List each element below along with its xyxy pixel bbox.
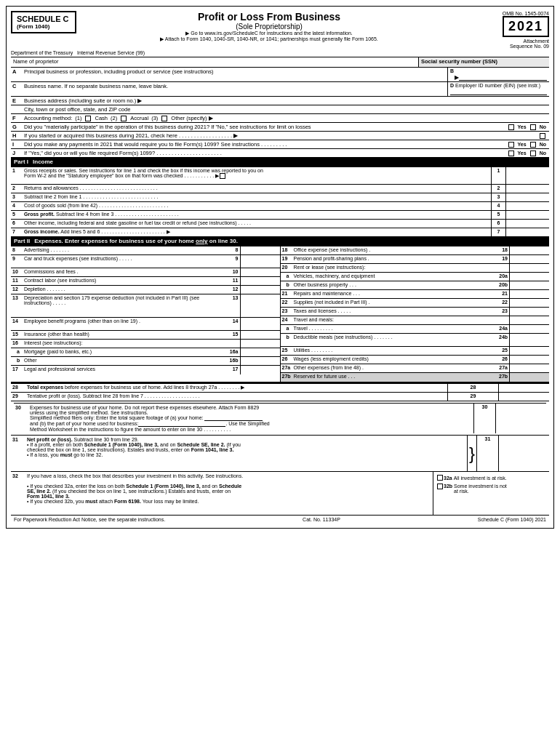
exp-16b-input[interactable]: [240, 357, 280, 365]
f2-label: (2): [111, 115, 117, 121]
line31-input[interactable]: [498, 436, 549, 471]
part1-label: Part I: [14, 159, 28, 165]
line1-checkbox[interactable]: [220, 173, 225, 179]
i-no-checkbox[interactable]: [530, 142, 536, 148]
i-yes-label: Yes: [518, 142, 527, 147]
exp-24b-input[interactable]: [509, 334, 549, 346]
exp-21-input[interactable]: [509, 290, 549, 298]
exp-16b-num: b: [11, 357, 23, 365]
exp-25-input[interactable]: [509, 347, 549, 355]
other-checkbox[interactable]: [161, 116, 167, 121]
g-yes-label: Yes: [518, 124, 527, 129]
exp-20a-input[interactable]: [509, 273, 549, 281]
field-g-label: G: [11, 123, 23, 131]
inv-32b-text: Some investment is notat risk.: [454, 484, 507, 494]
line1-num: 1: [11, 167, 23, 184]
dept-treasury: Department of the Treasury: [11, 50, 73, 55]
line4-input[interactable]: [505, 202, 549, 210]
exp-14-num: 14: [11, 318, 23, 330]
exp-19-input[interactable]: [509, 255, 549, 263]
line31-num: 31: [11, 436, 25, 471]
other-specify-label: Other (specify) ▶: [171, 115, 212, 121]
g-no-checkbox[interactable]: [530, 124, 536, 130]
exp-12-num: 12: [11, 286, 23, 294]
exp-15-box-num: 15: [228, 331, 240, 339]
line1-desc: Gross receipts or sales. See instruction…: [23, 167, 491, 184]
exp-10-input[interactable]: [240, 268, 280, 276]
tax-year: 2021: [503, 16, 549, 37]
line28-input[interactable]: [498, 384, 549, 392]
exp-11-input[interactable]: [240, 277, 280, 285]
line32-num: 32: [11, 472, 25, 515]
exp-20-desc: Rent or lease (see instructions):: [292, 264, 498, 272]
exp-18-num: 18: [281, 246, 292, 254]
exp-24a-box-num: 24a: [497, 325, 509, 333]
exp-15-input[interactable]: [240, 331, 280, 339]
exp-23-input[interactable]: [509, 308, 549, 316]
line30-input[interactable]: [495, 404, 546, 433]
checkbox-32a[interactable]: [437, 475, 443, 481]
exp-27a-box-num: 27a: [497, 364, 509, 372]
schedule-label: SCHEDULE C: [17, 15, 71, 23]
exp-24-desc: Travel and meals:: [292, 316, 498, 324]
exp-27b-box-num: 27b: [497, 373, 509, 382]
exp-18-box-num: 18: [497, 246, 509, 254]
sequence-number: Sequence No. 09: [462, 44, 549, 49]
line6-input[interactable]: [505, 220, 549, 228]
f1-label: (1): [75, 115, 81, 121]
line2-input[interactable]: [505, 185, 549, 193]
exp-20b-input[interactable]: [509, 281, 549, 289]
exp-14-input[interactable]: [240, 318, 280, 330]
i-yes-checkbox[interactable]: [508, 142, 514, 148]
field-e2-text: City, town or post office, state, and ZI…: [23, 105, 549, 113]
exp-15-num: 15: [11, 331, 23, 339]
line1-input[interactable]: [505, 167, 549, 184]
exp-21-desc: Repairs and maintenance . . .: [292, 290, 498, 298]
exp-27b-desc: Reserved for future use . . .: [292, 373, 498, 382]
exp-21-box-num: 21: [497, 290, 509, 298]
exp-17-input[interactable]: [240, 366, 280, 374]
exp-24b-num: b: [281, 334, 292, 346]
exp-9-input[interactable]: [240, 255, 280, 268]
exp-12-input[interactable]: [240, 286, 280, 294]
exp-13-input[interactable]: [240, 294, 280, 317]
exp-22-num: 22: [281, 299, 292, 307]
j-no-checkbox[interactable]: [530, 151, 536, 156]
page-title: Profit or Loss From Business: [76, 11, 462, 23]
exp-16-desc: Interest (see instructions):: [23, 340, 228, 348]
form-number: (Form 1040): [17, 23, 71, 30]
accounting-label: Accounting method:: [24, 115, 72, 121]
exp-18-input[interactable]: [509, 246, 549, 254]
exp-24b-box-num: 24b: [497, 334, 509, 346]
j-no-label: No: [540, 151, 546, 156]
cash-checkbox[interactable]: [85, 116, 91, 121]
accrual-checkbox[interactable]: [121, 116, 127, 121]
line4-box-num: 4: [491, 202, 505, 210]
exp-17-num: 17: [11, 366, 23, 374]
exp-26-input[interactable]: [509, 356, 549, 364]
field-a-text: Principal business or profession, includ…: [23, 68, 447, 81]
exp-26-num: 26: [281, 356, 292, 364]
instruction-line2: ▶ Attach to Form 1040, 1040-SR, 1040-NR,…: [76, 36, 462, 42]
h-checkbox[interactable]: [540, 133, 545, 139]
exp-8-input[interactable]: [240, 246, 280, 254]
i-no-label: No: [540, 142, 546, 147]
line6-num: 6: [11, 220, 23, 228]
g-yes-checkbox[interactable]: [508, 124, 514, 130]
j-yes-checkbox[interactable]: [508, 151, 514, 156]
exp-16b-desc: Other: [23, 357, 228, 365]
exp-27a-input[interactable]: [509, 364, 549, 372]
line28-num: 28: [11, 384, 25, 392]
exp-22-input[interactable]: [509, 299, 549, 307]
exp-27a-num: 27a: [281, 364, 292, 372]
exp-16a-desc: Mortgage (paid to banks, etc.): [23, 348, 228, 356]
line5-input[interactable]: [505, 211, 549, 219]
line7-input[interactable]: [505, 228, 549, 236]
line29-input[interactable]: [498, 393, 549, 401]
exp-16a-input[interactable]: [240, 348, 280, 356]
line3-input[interactable]: [505, 193, 549, 201]
exp-15-desc: Insurance (other than health): [23, 331, 228, 339]
checkbox-32b[interactable]: [437, 484, 443, 489]
exp-24a-input[interactable]: [509, 325, 549, 333]
exp-19-box-num: 19: [497, 255, 509, 263]
